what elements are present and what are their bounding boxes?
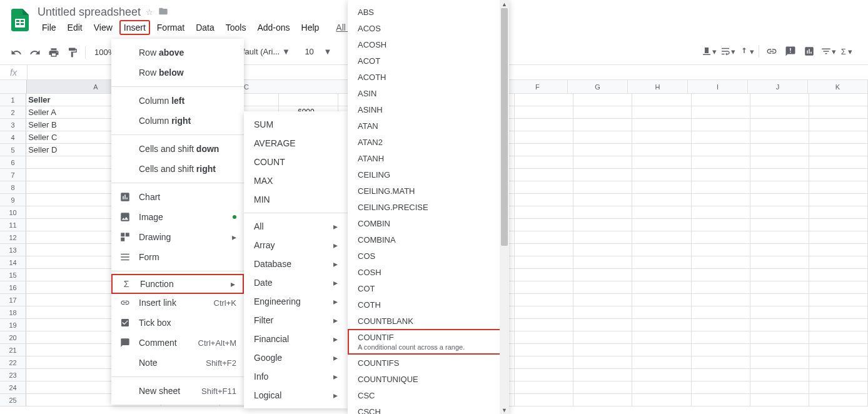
fn-all[interactable]: All▸ bbox=[244, 217, 348, 236]
menu-view[interactable]: View bbox=[89, 20, 117, 35]
cell[interactable] bbox=[573, 369, 632, 381]
cell[interactable] bbox=[809, 206, 868, 218]
cell[interactable] bbox=[573, 294, 632, 306]
cell[interactable] bbox=[632, 244, 691, 256]
cell[interactable] bbox=[515, 319, 573, 331]
cell[interactable] bbox=[515, 194, 573, 206]
filter-button[interactable]: ▾ bbox=[819, 43, 837, 60]
menu-help[interactable]: Help bbox=[297, 20, 324, 35]
cell[interactable] bbox=[632, 331, 691, 343]
cell[interactable] bbox=[632, 206, 691, 218]
cell[interactable] bbox=[692, 319, 750, 331]
col-header-i[interactable]: I bbox=[688, 80, 748, 93]
row-header-13[interactable]: 13 bbox=[0, 244, 26, 256]
cell[interactable] bbox=[750, 119, 809, 131]
menu-file[interactable]: File bbox=[38, 20, 61, 35]
cell[interactable] bbox=[809, 156, 868, 168]
cell[interactable] bbox=[515, 269, 573, 281]
cell[interactable] bbox=[692, 206, 750, 218]
cell[interactable] bbox=[573, 106, 632, 118]
fn-google[interactable]: Google▸ bbox=[244, 348, 348, 367]
cell[interactable] bbox=[750, 219, 809, 231]
redo-button[interactable] bbox=[26, 44, 44, 61]
cell[interactable] bbox=[750, 231, 809, 243]
cell[interactable] bbox=[632, 94, 691, 106]
cell[interactable] bbox=[515, 119, 573, 131]
cell[interactable] bbox=[632, 294, 691, 306]
cell[interactable] bbox=[632, 344, 691, 356]
fn-cos[interactable]: COS bbox=[348, 248, 509, 264]
insert-row-below[interactable]: Row below bbox=[111, 63, 244, 83]
fn-min[interactable]: MIN bbox=[244, 190, 348, 209]
cell[interactable] bbox=[750, 244, 809, 256]
fn-info[interactable]: Info▸ bbox=[244, 367, 348, 386]
cell[interactable] bbox=[573, 269, 632, 281]
cell[interactable] bbox=[573, 206, 632, 218]
fn-csch[interactable]: CSCH bbox=[348, 403, 509, 414]
cell[interactable] bbox=[750, 206, 809, 218]
functions-button[interactable]: Σ ▾ bbox=[838, 43, 855, 60]
cell[interactable] bbox=[515, 281, 573, 293]
fn-asin[interactable]: ASIN bbox=[348, 85, 509, 101]
cell[interactable] bbox=[809, 144, 868, 156]
fn-sum[interactable]: SUM bbox=[244, 115, 348, 134]
insert-note[interactable]: NoteShift+F2 bbox=[111, 353, 244, 373]
cell[interactable] bbox=[750, 106, 809, 118]
row-header-19[interactable]: 19 bbox=[0, 319, 26, 331]
folder-icon[interactable] bbox=[158, 6, 168, 18]
fn-combina[interactable]: COMBINA bbox=[348, 231, 509, 248]
fn-csc[interactable]: CSC bbox=[348, 387, 509, 403]
cell[interactable] bbox=[750, 256, 809, 268]
fn-countblank[interactable]: COUNTBLANK bbox=[348, 313, 509, 329]
cell[interactable] bbox=[809, 281, 868, 293]
fn-cosh[interactable]: COSH bbox=[348, 264, 509, 280]
cell[interactable] bbox=[692, 144, 750, 156]
fn-atanh[interactable]: ATANH bbox=[348, 150, 509, 166]
cell[interactable] bbox=[632, 356, 691, 368]
cell[interactable] bbox=[809, 194, 868, 206]
cell[interactable] bbox=[515, 131, 573, 143]
row-header-11[interactable]: 11 bbox=[0, 219, 26, 231]
cell[interactable] bbox=[515, 94, 573, 106]
cell[interactable] bbox=[809, 106, 868, 118]
row-header-14[interactable]: 14 bbox=[0, 256, 26, 268]
row-header-4[interactable]: 4 bbox=[0, 131, 26, 143]
cell[interactable] bbox=[573, 156, 632, 168]
scroll-thumb[interactable] bbox=[501, 8, 508, 246]
cell[interactable] bbox=[809, 306, 868, 318]
cell[interactable] bbox=[809, 244, 868, 256]
cell[interactable] bbox=[573, 281, 632, 293]
cell[interactable] bbox=[750, 194, 809, 206]
cell[interactable] bbox=[750, 169, 809, 181]
cell[interactable] bbox=[692, 394, 750, 406]
cell[interactable] bbox=[750, 331, 809, 343]
cell[interactable] bbox=[573, 219, 632, 231]
rotate-button[interactable]: ▾ bbox=[737, 43, 755, 60]
fn-acosh[interactable]: ACOSH bbox=[348, 36, 509, 53]
cell[interactable] bbox=[515, 231, 573, 243]
cell[interactable] bbox=[809, 119, 868, 131]
insert-link[interactable]: Insert linkCtrl+K bbox=[111, 293, 244, 313]
document-title[interactable]: Untitled spreadsheet bbox=[38, 6, 141, 19]
fn-atan[interactable]: ATAN bbox=[348, 118, 509, 134]
fn-financial[interactable]: Financial▸ bbox=[244, 330, 348, 348]
cell[interactable] bbox=[515, 369, 573, 381]
cell[interactable] bbox=[632, 319, 691, 331]
cell[interactable] bbox=[692, 381, 750, 393]
row-header-8[interactable]: 8 bbox=[0, 181, 26, 193]
cell[interactable] bbox=[809, 131, 868, 143]
cell[interactable] bbox=[632, 169, 691, 181]
fn-engineering[interactable]: Engineering▸ bbox=[244, 292, 348, 311]
fn-countunique[interactable]: COUNTUNIQUE bbox=[348, 371, 509, 387]
cell[interactable] bbox=[692, 194, 750, 206]
cell[interactable] bbox=[692, 306, 750, 318]
cell[interactable] bbox=[750, 381, 809, 393]
cell[interactable] bbox=[692, 106, 750, 118]
cell[interactable] bbox=[750, 356, 809, 368]
cell[interactable] bbox=[632, 281, 691, 293]
link-button[interactable] bbox=[763, 43, 780, 60]
col-header-f[interactable]: F bbox=[508, 80, 568, 93]
col-header-k[interactable]: K bbox=[808, 80, 868, 93]
menu-tools[interactable]: Tools bbox=[221, 20, 251, 35]
cell[interactable] bbox=[573, 331, 632, 343]
